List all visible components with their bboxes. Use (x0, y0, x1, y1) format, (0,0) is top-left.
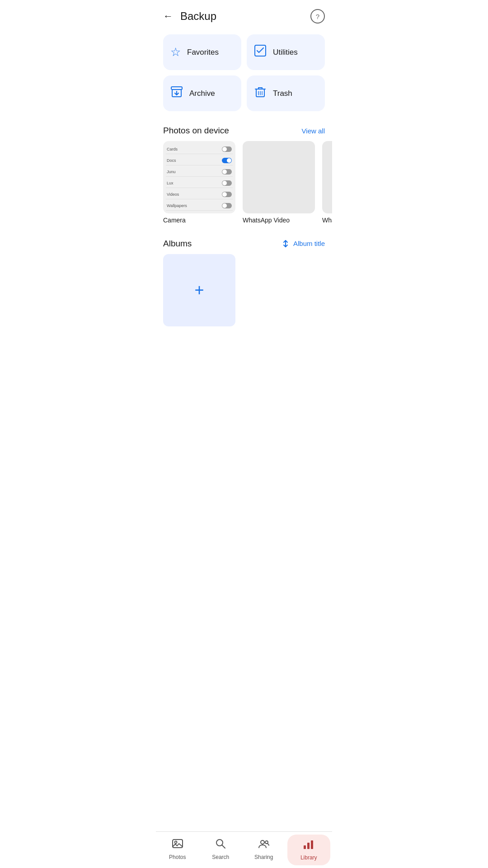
camera-settings-list: Cards Docs Junu Lux Videos (163, 141, 235, 213)
camera-thumbnail: Cards Docs Junu Lux Videos (163, 141, 235, 213)
settings-row: Lux (166, 179, 233, 188)
add-album-icon: + (194, 281, 204, 300)
header: ← Backup ? (156, 0, 332, 31)
videos-toggle (222, 192, 232, 197)
favorites-label: Favorites (187, 48, 219, 57)
whatsapp-video-folder[interactable]: WhatsApp Video (243, 141, 315, 224)
trash-label: Trash (273, 89, 292, 98)
settings-row: Videos (166, 190, 233, 199)
sort-label: Album title (293, 240, 325, 247)
settings-row: Junu (166, 167, 233, 177)
back-button[interactable]: ← (163, 10, 173, 22)
archive-label: Archive (189, 89, 215, 98)
albums-title: Albums (163, 239, 192, 249)
lux-toggle (222, 180, 232, 186)
whatsapp-video-label: WhatsApp Video (243, 217, 290, 224)
sort-button[interactable]: Album title (282, 240, 325, 248)
photos-section-title: Photos on device (163, 126, 229, 136)
utilities-label: Utilities (273, 48, 298, 57)
star-icon: ☆ (170, 45, 181, 59)
page-title: Backup (180, 10, 216, 23)
sort-icon (282, 240, 291, 248)
whatsapp-images-thumbnail (322, 141, 332, 213)
trash-button[interactable]: Trash (247, 75, 325, 111)
whatsapp-images-folder[interactable]: WhatsApp Im (322, 141, 332, 224)
new-album-card[interactable]: + (163, 254, 235, 329)
cards-toggle (222, 146, 232, 152)
device-photos-scroll: Cards Docs Junu Lux Videos (156, 141, 332, 231)
view-all-button[interactable]: View all (302, 127, 325, 135)
docs-toggle (222, 158, 232, 163)
utilities-button[interactable]: Utilities (247, 34, 325, 70)
help-button[interactable]: ? (310, 9, 325, 24)
favorites-button[interactable]: ☆ Favorites (163, 34, 241, 70)
settings-row: Docs (166, 156, 233, 165)
whatsapp-images-label: WhatsApp Im (322, 217, 332, 224)
camera-folder[interactable]: Cards Docs Junu Lux Videos (163, 141, 235, 224)
albums-section-header: Albums Album title (156, 235, 332, 254)
albums-section: Albums Album title + (156, 235, 332, 374)
wallpapers-toggle (222, 203, 232, 208)
archive-icon (170, 85, 183, 101)
new-album-thumbnail[interactable]: + (163, 254, 235, 326)
quick-access-grid: ☆ Favorites Utilities Archive (156, 31, 332, 122)
whatsapp-video-thumbnail (243, 141, 315, 213)
settings-row: Cards (166, 145, 233, 154)
photos-section-header: Photos on device View all (156, 122, 332, 141)
archive-button[interactable]: Archive (163, 75, 241, 111)
settings-row: WhatsApp Images (166, 212, 233, 213)
junu-toggle (222, 169, 232, 175)
utilities-icon (254, 44, 267, 60)
header-left: ← Backup (163, 10, 216, 23)
trash-icon (254, 85, 267, 101)
camera-label: Camera (163, 217, 186, 224)
settings-row: Wallpapers (166, 201, 233, 211)
albums-scroll: + (156, 254, 332, 374)
